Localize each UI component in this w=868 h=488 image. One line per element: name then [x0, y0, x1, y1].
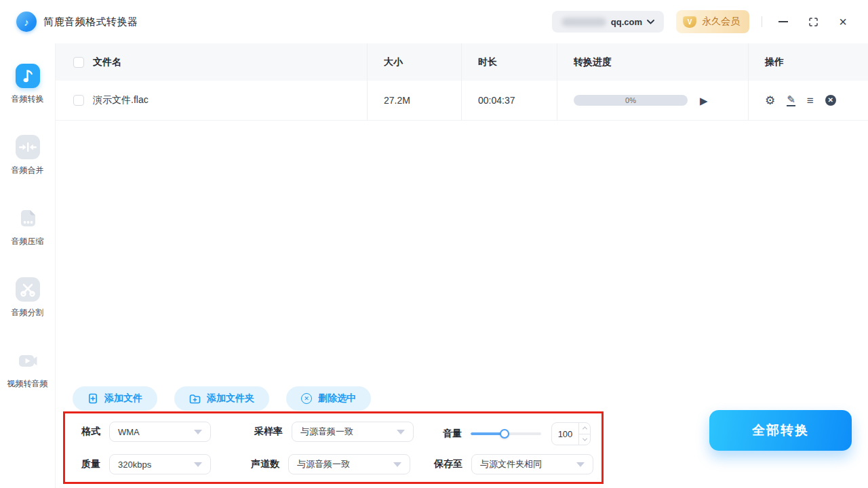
file-actions: 添加文件 添加文件夹 ✕ 删除选中: [73, 386, 371, 411]
sidebar-item-audio-split[interactable]: 音频分割: [12, 277, 44, 319]
format-label: 格式: [81, 426, 100, 438]
maximize-icon: [809, 18, 818, 26]
minimize-icon: [778, 21, 788, 22]
minimize-button[interactable]: [774, 13, 792, 30]
channels-value: 与源音频一致: [297, 458, 350, 470]
remove-circle-icon[interactable]: ✕: [825, 95, 836, 106]
add-file-icon: [87, 393, 98, 404]
save-to-select[interactable]: 与源文件夹相同: [471, 454, 593, 474]
vip-gem-icon: V: [683, 16, 696, 28]
volume-slider[interactable]: [471, 429, 541, 439]
topbar-right: qq.com V 永久会员 ×: [552, 10, 852, 33]
volume-value: 100: [552, 423, 578, 445]
column-header-operations: 操作: [765, 56, 784, 68]
volume-label: 音量: [443, 428, 462, 440]
sample-rate-select[interactable]: 与源音频一致: [292, 422, 414, 442]
scissors-icon: [16, 277, 40, 302]
sample-rate-field: 采样率 与源音频一致: [254, 422, 414, 442]
topbar: ♪ 简鹿音频格式转换器 qq.com V 永久会员: [0, 0, 868, 43]
app-window: ♪ 简鹿音频格式转换器 qq.com V 永久会员: [0, 0, 868, 488]
brand: ♪ 简鹿音频格式转换器: [16, 12, 138, 32]
save-to-label: 保存至: [434, 458, 462, 470]
add-file-button[interactable]: 添加文件: [73, 386, 157, 411]
sidebar-item-label: 视频转音频: [7, 378, 48, 390]
delete-selected-button[interactable]: ✕ 删除选中: [286, 386, 371, 411]
save-to-field: 保存至 与源文件夹相同: [434, 454, 593, 474]
table-row: 演示文件.flac 27.2M 00:04:37 0% ▶ ⚙ ✎ ≡ ✕: [56, 81, 868, 121]
add-file-label: 添加文件: [104, 392, 142, 405]
caret-down-icon: [397, 430, 405, 434]
channels-select[interactable]: 与源音频一致: [288, 454, 410, 474]
slider-thumb[interactable]: [500, 429, 509, 439]
video-camera-icon: [16, 348, 40, 373]
file-duration: 00:04:37: [478, 95, 515, 106]
delete-selected-label: 删除选中: [318, 392, 356, 405]
close-icon: ×: [839, 15, 847, 28]
sidebar-item-video-to-audio[interactable]: 视频转音频: [7, 348, 48, 390]
spinner-down-icon[interactable]: [579, 434, 590, 445]
sidebar-item-label: 音频压缩: [12, 236, 44, 247]
file-size: 27.2M: [384, 95, 410, 106]
add-folder-icon: [189, 394, 201, 404]
sidebar-item-audio-compress[interactable]: 音频压缩: [12, 206, 44, 247]
quality-value: 320kbps: [118, 460, 151, 470]
convert-all-button[interactable]: 全部转换: [709, 410, 852, 451]
window-controls-divider: [762, 16, 762, 27]
account-email: qq.com: [611, 17, 642, 27]
caret-down-icon: [576, 462, 585, 467]
chevron-down-icon: [647, 20, 654, 24]
delete-circle-icon: ✕: [301, 393, 312, 404]
membership-badge[interactable]: V 永久会员: [676, 10, 749, 33]
column-header-size: 大小: [384, 56, 403, 68]
sample-rate-label: 采样率: [254, 426, 283, 438]
column-header-duration: 时长: [478, 56, 497, 68]
progress-bar: 0%: [574, 95, 688, 106]
format-field: 格式 WMA: [81, 422, 211, 442]
row-checkbox[interactable]: [73, 95, 84, 106]
format-value: WMA: [118, 427, 140, 437]
quality-label: 质量: [81, 458, 100, 470]
add-folder-button[interactable]: 添加文件夹: [174, 386, 269, 411]
settings-gear-icon[interactable]: ⚙: [765, 95, 775, 106]
main-content: 文件名 大小 时长 转换进度 操作 演示文件.flac 27.2M 00:04:…: [56, 43, 868, 488]
sample-rate-value: 与源音频一致: [300, 426, 353, 438]
menu-list-icon[interactable]: ≡: [807, 95, 814, 106]
sidebar-item-audio-merge[interactable]: 音频合并: [12, 135, 44, 176]
sidebar-item-audio-convert[interactable]: 音频转换: [12, 64, 44, 105]
redacted-account-name: [561, 18, 606, 26]
merge-arrows-icon: [16, 135, 40, 159]
membership-label: 永久会员: [702, 16, 740, 28]
maximize-button[interactable]: [804, 13, 822, 30]
caret-down-icon: [393, 462, 401, 467]
compress-file-icon: [16, 206, 40, 230]
volume-spinner[interactable]: 100: [551, 422, 591, 445]
column-header-progress: 转换进度: [574, 56, 612, 68]
sidebar: 音频转换 音频合并: [0, 43, 56, 488]
spinner-up-icon[interactable]: [579, 423, 590, 434]
caret-down-icon: [194, 430, 202, 434]
quality-field: 质量 320kbps: [81, 454, 211, 474]
quality-select[interactable]: 320kbps: [109, 454, 211, 474]
format-select[interactable]: WMA: [109, 422, 211, 442]
sidebar-item-label: 音频分割: [12, 307, 44, 319]
account-dropdown[interactable]: qq.com: [552, 11, 664, 33]
app-logo-music-icon: ♪: [16, 12, 37, 32]
select-all-checkbox[interactable]: [73, 57, 84, 68]
play-button[interactable]: ▶: [700, 96, 708, 106]
volume-field: 音量 100: [443, 422, 591, 445]
column-header-filename: 文件名: [93, 56, 121, 68]
add-folder-label: 添加文件夹: [207, 392, 254, 405]
edit-pencil-icon[interactable]: ✎: [787, 94, 795, 106]
close-button[interactable]: ×: [834, 13, 852, 30]
caret-down-icon: [194, 462, 202, 467]
sidebar-item-label: 音频转换: [12, 94, 44, 105]
progress-percent-label: 0%: [574, 95, 688, 106]
channels-label: 声道数: [251, 458, 279, 470]
table-header: 文件名 大小 时长 转换进度 操作: [56, 43, 868, 81]
save-to-value: 与源文件夹相同: [480, 458, 542, 470]
file-name: 演示文件.flac: [93, 94, 149, 106]
music-note-icon: [16, 64, 40, 88]
sidebar-item-label: 音频合并: [12, 165, 44, 176]
file-list-empty-area: [56, 121, 868, 369]
channels-field: 声道数 与源音频一致: [251, 454, 410, 474]
